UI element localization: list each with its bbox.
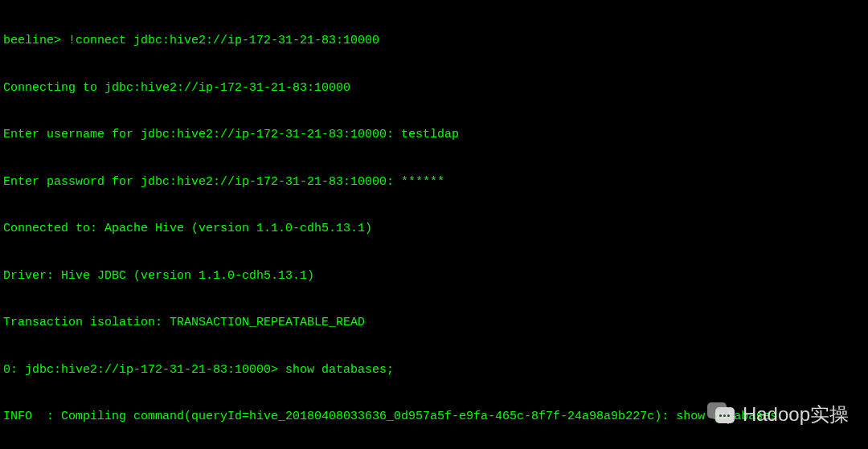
terminal-line: 0: jdbc:hive2://ip-172-31-21-83:10000> s… (3, 362, 865, 378)
terminal-line: Connected to: Apache Hive (version 1.1.0… (3, 221, 865, 237)
terminal-line: Enter username for jdbc:hive2://ip-172-3… (3, 127, 865, 143)
terminal-line: Connecting to jdbc:hive2://ip-172-31-21-… (3, 80, 865, 96)
watermark: Hadoop实操 (706, 399, 849, 430)
terminal-line: beeline> !connect jdbc:hive2://ip-172-31… (3, 33, 865, 49)
watermark-text: Hadoop实操 (743, 402, 849, 427)
wechat-icon (706, 399, 736, 430)
terminal-output: beeline> !connect jdbc:hive2://ip-172-31… (3, 2, 865, 449)
terminal-line: Transaction isolation: TRANSACTION_REPEA… (3, 315, 865, 331)
terminal-line: Driver: Hive JDBC (version 1.1.0-cdh5.13… (3, 268, 865, 284)
terminal-line: Enter password for jdbc:hive2://ip-172-3… (3, 174, 865, 190)
